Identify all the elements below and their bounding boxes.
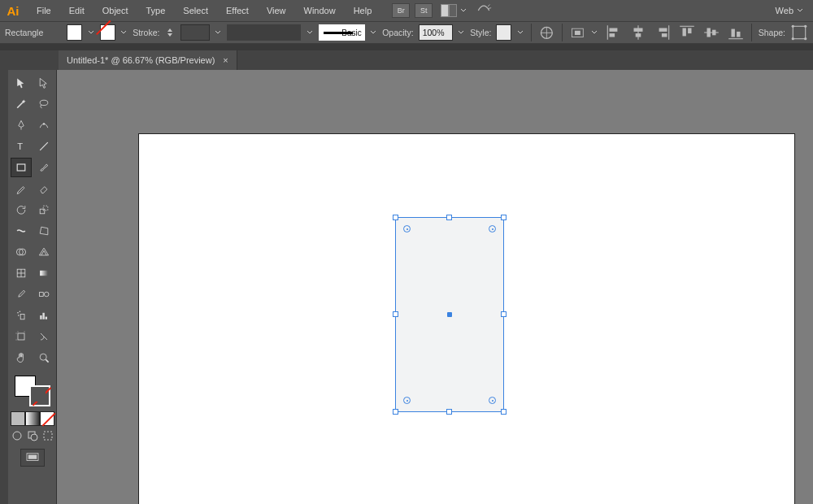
artboard-tool[interactable] <box>11 327 32 346</box>
workspace-switcher[interactable]: Web <box>776 6 803 15</box>
resize-handle-bl[interactable] <box>393 409 398 415</box>
recolor-artwork-icon[interactable] <box>538 24 555 41</box>
stroke-weight-input[interactable] <box>180 24 210 41</box>
corner-widget-br[interactable] <box>489 397 496 404</box>
align-to-artboard-icon[interactable] <box>569 24 586 41</box>
draw-inside-icon[interactable] <box>41 429 54 442</box>
resize-handle-l[interactable] <box>393 311 398 317</box>
align-to-dropdown[interactable] <box>590 24 598 41</box>
stroke-weight-dropdown[interactable] <box>215 24 222 41</box>
resize-handle-r[interactable] <box>501 311 506 317</box>
variable-width-profile[interactable] <box>227 24 301 41</box>
corner-widget-tr[interactable] <box>489 225 496 232</box>
align-bottom-icon[interactable] <box>727 24 745 41</box>
document-tab[interactable]: Untitled-1* @ 66.67% (RGB/Preview) × <box>59 50 237 70</box>
stroke-weight-stepper[interactable] <box>164 24 175 41</box>
draw-behind-icon[interactable] <box>26 429 39 442</box>
menu-help[interactable]: Help <box>345 0 381 21</box>
resize-handle-br[interactable] <box>501 409 506 415</box>
gradient-tool[interactable] <box>33 263 54 283</box>
color-mode-gradient[interactable] <box>25 411 40 426</box>
rotate-tool[interactable] <box>11 200 32 219</box>
menu-window[interactable]: Window <box>295 0 345 21</box>
align-right-icon[interactable] <box>654 24 672 41</box>
artboard[interactable] <box>138 133 795 504</box>
symbol-sprayer-tool[interactable] <box>11 306 32 325</box>
menu-file[interactable]: File <box>28 0 60 21</box>
mesh-tool[interactable] <box>11 263 32 283</box>
resize-handle-b[interactable] <box>446 409 452 415</box>
pencil-tool[interactable] <box>11 179 32 198</box>
curvature-tool[interactable] <box>33 115 54 135</box>
resize-handle-t[interactable] <box>446 215 452 220</box>
menu-edit[interactable]: Edit <box>60 0 93 21</box>
panel-collapse-strip[interactable] <box>0 44 813 50</box>
menu-view[interactable]: View <box>258 0 295 21</box>
fill-stroke-indicator[interactable] <box>15 376 50 406</box>
shape-properties-icon[interactable] <box>790 24 808 41</box>
selection-tool[interactable] <box>11 73 32 93</box>
selected-rectangle[interactable] <box>395 217 504 412</box>
resize-handle-tl[interactable] <box>393 215 398 220</box>
svg-point-50 <box>40 354 46 360</box>
direct-selection-tool[interactable] <box>33 73 54 93</box>
brush-definition[interactable]: Basic <box>319 24 365 41</box>
bridge-icon[interactable]: Br <box>392 3 410 18</box>
rectangle-tool[interactable] <box>11 158 32 177</box>
type-tool[interactable]: T <box>11 137 32 156</box>
fill-dropdown[interactable] <box>87 24 94 41</box>
opacity-input[interactable]: 100% <box>419 24 453 41</box>
free-transform-tool[interactable] <box>33 221 54 241</box>
align-vcenter-icon[interactable] <box>702 24 720 41</box>
lasso-tool[interactable] <box>33 94 54 114</box>
profile-dropdown[interactable] <box>306 24 313 41</box>
canvas[interactable] <box>57 70 813 504</box>
hand-tool[interactable] <box>11 348 32 367</box>
align-top-icon[interactable] <box>678 24 696 41</box>
resize-handle-tr[interactable] <box>501 215 506 220</box>
selection-center-icon <box>447 312 452 317</box>
zoom-tool[interactable] <box>33 348 54 367</box>
menu-type[interactable]: Type <box>137 0 175 21</box>
pen-tool[interactable] <box>11 115 32 135</box>
slice-tool[interactable] <box>33 327 54 346</box>
line-tool[interactable] <box>33 137 54 156</box>
corner-widget-tl[interactable] <box>403 225 411 232</box>
stroke-dropdown[interactable] <box>120 24 128 41</box>
stroke-swatch[interactable] <box>100 24 115 41</box>
gpu-preview-icon[interactable] <box>475 2 493 20</box>
shape-builder-tool[interactable] <box>11 242 32 262</box>
column-graph-tool[interactable] <box>33 306 54 325</box>
corner-widget-bl[interactable] <box>403 397 411 404</box>
width-tool[interactable] <box>11 221 32 241</box>
stroke-color-box[interactable] <box>29 385 50 406</box>
chevron-down-icon <box>460 7 467 14</box>
arrange-documents[interactable] <box>441 4 467 17</box>
align-hcenter-icon[interactable] <box>629 24 647 41</box>
magic-wand-tool[interactable] <box>11 94 32 114</box>
stock-icon[interactable]: St <box>415 3 433 18</box>
svg-rect-22 <box>737 32 740 37</box>
menu-effect[interactable]: Effect <box>217 0 258 21</box>
blend-tool[interactable] <box>33 285 54 304</box>
opacity-dropdown[interactable] <box>458 24 465 41</box>
menu-object[interactable]: Object <box>93 0 137 21</box>
eyedropper-tool[interactable] <box>11 285 32 304</box>
svg-rect-48 <box>45 317 46 319</box>
paintbrush-tool[interactable] <box>33 158 54 177</box>
menu-select[interactable]: Select <box>174 0 217 21</box>
tool-grid: T <box>11 73 54 367</box>
align-left-icon[interactable] <box>605 24 623 41</box>
eraser-tool[interactable] <box>33 179 54 198</box>
color-mode-none[interactable] <box>40 411 54 426</box>
brush-dropdown[interactable] <box>370 24 377 41</box>
screen-mode-button[interactable] <box>20 449 45 467</box>
perspective-grid-tool[interactable] <box>33 242 54 262</box>
style-dropdown[interactable] <box>516 24 524 41</box>
scale-tool[interactable] <box>33 200 54 219</box>
close-icon[interactable]: × <box>223 55 228 65</box>
color-mode-solid[interactable] <box>11 411 25 426</box>
fill-swatch[interactable] <box>67 24 82 41</box>
draw-normal-icon[interactable] <box>11 429 24 442</box>
graphic-style-swatch[interactable] <box>496 24 511 41</box>
